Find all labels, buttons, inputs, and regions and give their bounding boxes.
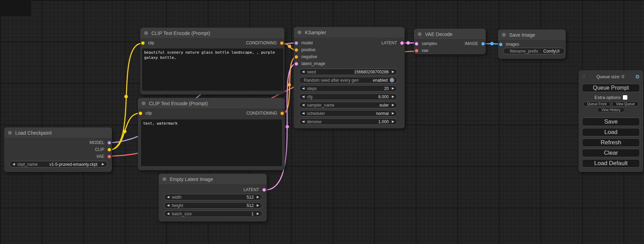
vae-port[interactable] — [415, 49, 418, 53]
link-dot-image[interactable] — [490, 42, 494, 45]
arrow-right-icon[interactable]: ▶ — [392, 112, 394, 115]
widget-scheduler[interactable]: ◀ scheduler normal ▶ — [299, 110, 397, 117]
arrow-right-icon[interactable]: ▶ — [102, 163, 104, 166]
load-default-button[interactable]: Load Default — [582, 159, 640, 168]
widget-seed[interactable]: ◀ seed 156680208700286 ▶ — [299, 69, 397, 75]
image-port[interactable] — [481, 42, 485, 46]
latent-port[interactable] — [415, 42, 418, 46]
arrow-right-icon[interactable]: ▶ — [392, 95, 394, 98]
node-clip-text-encode-positive[interactable]: CLIP Text Encode (Prompt) clip CONDITION… — [140, 28, 284, 94]
arrow-left-icon[interactable]: ◀ — [302, 95, 305, 98]
collapse-dot-icon[interactable] — [418, 32, 422, 36]
widget-height[interactable]: ◀ height 512 ▶ — [164, 202, 262, 209]
node-empty-latent-image[interactable]: Empty Latent Image LATENT ◀ width 512 ▶ … — [159, 174, 267, 222]
node-ksampler[interactable]: KSampler model LATENT positive negative … — [294, 27, 405, 128]
clip-port[interactable] — [107, 148, 111, 152]
input-slot-latent-image[interactable]: latent_image — [294, 60, 325, 67]
conditioning-port[interactable] — [294, 55, 298, 59]
arrow-left-icon[interactable]: ◀ — [167, 204, 169, 207]
arrow-right-icon[interactable]: ▶ — [392, 87, 394, 90]
arrow-left-icon[interactable]: ◀ — [302, 87, 305, 90]
view-history-button[interactable]: View History — [598, 108, 624, 112]
view-queue-button[interactable]: View Queue — [612, 102, 638, 106]
input-slot-clip[interactable]: clip — [138, 110, 152, 117]
collapse-dot-icon[interactable] — [142, 101, 145, 105]
vae-port[interactable] — [107, 155, 111, 159]
node-header[interactable]: Save Image — [498, 29, 566, 40]
widget-cfg[interactable]: ◀ cfg 8.000 ▶ — [299, 93, 397, 100]
input-slot-model[interactable]: model — [294, 39, 313, 46]
input-slot-samples[interactable]: samples — [414, 40, 437, 47]
clear-button[interactable]: Clear — [582, 149, 640, 157]
widget-steps[interactable]: ◀ steps 20 ▶ — [299, 85, 397, 92]
model-port[interactable] — [294, 41, 298, 45]
conditioning-port[interactable] — [280, 41, 284, 45]
collapse-dot-icon[interactable] — [144, 31, 148, 35]
output-slot-latent[interactable]: LATENT — [381, 39, 405, 46]
collapse-dot-icon[interactable] — [8, 131, 12, 135]
clip-port[interactable] — [139, 111, 142, 115]
link-dot-negative[interactable] — [288, 83, 291, 87]
save-button[interactable]: Save — [582, 118, 640, 126]
widget-random-seed[interactable]: Random seed after every gen enabled — [299, 77, 397, 83]
latent-port[interactable] — [400, 41, 404, 45]
widget-batch-size[interactable]: ◀ batch_size 1 ▶ — [164, 210, 262, 217]
collapse-dot-icon[interactable] — [502, 33, 506, 37]
latent-port[interactable] — [262, 188, 266, 192]
input-slot-vae[interactable]: vae — [414, 47, 428, 54]
conditioning-port[interactable] — [280, 111, 284, 115]
load-button[interactable]: Load — [582, 128, 640, 136]
link-dot-clip1[interactable] — [124, 95, 128, 98]
collapse-dot-icon[interactable] — [162, 177, 166, 181]
node-header[interactable]: VAE Decode — [414, 29, 486, 40]
collapse-dot-icon[interactable] — [298, 30, 301, 34]
conditioning-port[interactable] — [294, 48, 298, 52]
node-load-checkpoint[interactable]: Load Checkpoint MODEL CLIP VAE ◀ ckpt_na… — [4, 127, 112, 172]
output-slot-image[interactable]: IMAGE — [465, 40, 486, 47]
widget-width[interactable]: ◀ width 512 ▶ — [164, 194, 262, 200]
output-slot-latent[interactable]: LATENT — [244, 186, 267, 193]
arrow-right-icon[interactable]: ▶ — [257, 212, 259, 215]
link-dot-positive[interactable] — [288, 45, 291, 48]
prompt-textarea[interactable]: text, watermark — [141, 119, 282, 166]
latent-port[interactable] — [294, 62, 298, 66]
arrow-left-icon[interactable]: ◀ — [302, 103, 305, 107]
link-dot-latent-out[interactable] — [406, 41, 410, 45]
arrow-left-icon[interactable]: ◀ — [302, 120, 305, 123]
model-port[interactable] — [107, 141, 111, 145]
extra-options-checkbox[interactable] — [623, 95, 627, 100]
node-header[interactable]: CLIP Text Encode (Prompt) — [138, 98, 285, 109]
arrow-right-icon[interactable]: ▶ — [257, 204, 259, 207]
input-slot-negative[interactable]: negative — [294, 53, 317, 60]
node-header[interactable]: Load Checkpoint — [4, 127, 112, 138]
node-header[interactable]: Empty Latent Image — [159, 174, 267, 185]
image-port[interactable] — [499, 43, 503, 46]
queue-front-button[interactable]: Queue Front — [583, 102, 610, 106]
node-header[interactable]: CLIP Text Encode (Prompt) — [140, 28, 284, 39]
queue-prompt-button[interactable]: Queue Prompt — [582, 84, 640, 92]
gear-icon[interactable]: ⚙ — [635, 74, 640, 79]
output-slot-clip[interactable]: CLIP — [95, 146, 112, 153]
refresh-button[interactable]: Refresh — [582, 138, 640, 147]
widget-ckpt-name[interactable]: ◀ ckpt_name v1-5-pruned-emaonly.ckpt ▶ — [9, 161, 107, 168]
arrow-left-icon[interactable]: ◀ — [12, 163, 15, 166]
arrow-left-icon[interactable]: ◀ — [302, 70, 305, 73]
arrow-right-icon[interactable]: ▶ — [392, 103, 394, 107]
input-slot-images[interactable]: images — [498, 41, 519, 48]
output-slot-conditioning[interactable]: CONDITIONING — [246, 110, 285, 117]
arrow-right-icon[interactable]: ▶ — [392, 70, 394, 73]
node-clip-text-encode-negative[interactable]: CLIP Text Encode (Prompt) clip CONDITION… — [138, 98, 285, 170]
output-slot-conditioning[interactable]: CONDITIONING — [246, 39, 284, 46]
node-header[interactable]: KSampler — [294, 27, 405, 38]
widget-denoise[interactable]: ◀ denoise 1.000 ▶ — [299, 118, 397, 125]
node-vae-decode[interactable]: VAE Decode samples IMAGE vae — [414, 29, 486, 54]
arrow-right-icon[interactable]: ▶ — [257, 196, 259, 199]
clip-port[interactable] — [141, 41, 145, 45]
widget-filename-prefix[interactable]: filename_prefix ComfyUI — [503, 48, 565, 54]
queue-panel[interactable]: ⠿ Queue size: 0 ⚙ Queue Prompt Extra opt… — [579, 70, 643, 172]
arrow-right-icon[interactable]: ▶ — [392, 120, 394, 123]
widget-sampler-name[interactable]: ◀ sampler_name euler ▶ — [299, 102, 397, 108]
output-slot-vae[interactable]: VAE — [96, 153, 112, 160]
drag-handle-icon[interactable]: ⠿ — [582, 74, 585, 79]
output-slot-model[interactable]: MODEL — [89, 139, 112, 146]
